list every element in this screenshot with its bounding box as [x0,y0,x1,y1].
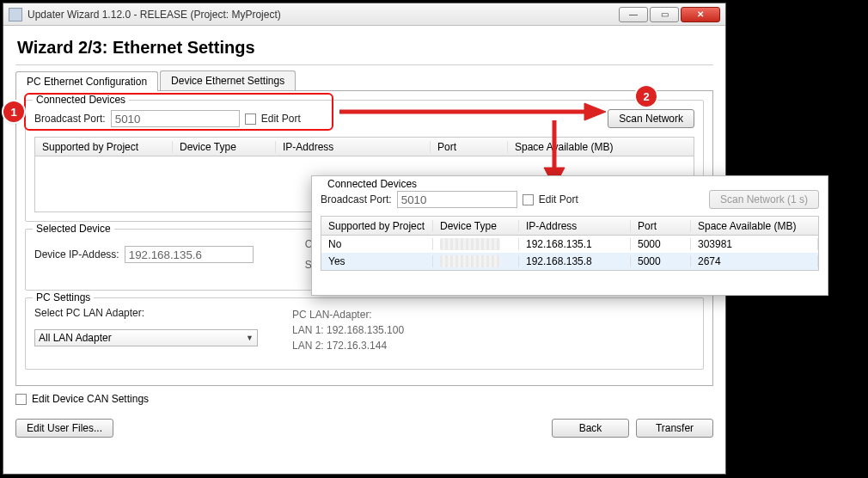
cell-type [433,255,519,267]
edit-can-row[interactable]: Edit Device CAN Settings [15,393,713,405]
pc-lan1: LAN 1: 192.168.135.100 [292,322,404,338]
legend-pc: PC Settings [33,291,94,303]
col-space[interactable]: Space Available (MB) [508,141,694,153]
overlay-legend: Connected Devices [324,178,420,190]
cell-ip: 192.168.135.8 [519,255,631,267]
cell-space: 303981 [691,238,818,250]
cell-type [433,238,519,250]
title-bar: Updater Wizard 1.12.0 - RELEASE (Project… [3,3,725,26]
transfer-button[interactable]: Transfer [636,419,713,438]
minimize-button[interactable]: — [619,7,648,22]
overlay-broadcast-input[interactable] [397,191,517,208]
back-button[interactable]: Back [552,419,629,438]
app-icon [9,8,22,21]
edit-user-files-button[interactable]: Edit User Files... [15,419,113,438]
cell-port: 5000 [631,255,691,267]
scan-network-button[interactable]: Scan Network [608,109,694,128]
overlay-connected-devices: Connected Devices Broadcast Port: Edit P… [311,175,828,296]
ocol-port[interactable]: Port [631,220,691,232]
edit-can-label: Edit Device CAN Settings [32,393,149,405]
callout-2: 2 [636,86,657,107]
pc-lan2: LAN 2: 172.16.3.144 [292,338,404,353]
overlay-broadcast-label: Broadcast Port: [321,193,392,205]
close-button[interactable]: ✕ [681,7,720,22]
ocol-space[interactable]: Space Available (MB) [691,220,818,232]
col-supported[interactable]: Supported by Project [35,141,173,153]
cell-ip: 192.168.135.1 [519,238,631,250]
col-port[interactable]: Port [431,141,508,153]
edit-can-checkbox[interactable] [15,394,27,405]
ocol-ip[interactable]: IP-Address [519,220,631,232]
col-ip[interactable]: IP-Address [276,141,431,153]
overlay-edit-port-label: Edit Port [539,193,578,205]
cell-supported: Yes [321,255,433,267]
highlight-broadcast [24,93,333,131]
tab-pc-ethernet[interactable]: PC Ethernet Configuration [15,71,158,91]
device-ip-input[interactable] [125,246,254,263]
cell-supported: No [321,238,433,250]
svg-marker-1 [584,103,606,120]
callout-1: 1 [3,101,24,122]
lan-adapter-combo[interactable]: All LAN Adapter ▼ [34,329,258,346]
ocol-type[interactable]: Device Type [433,220,519,232]
device-ip-label: Device IP-Addess: [34,248,119,260]
col-device-type[interactable]: Device Type [173,141,276,153]
group-pc-settings: PC Settings Select PC LAN Adapter: All L… [25,297,704,370]
overlay-edit-port-checkbox[interactable] [523,194,534,205]
window-title: Updater Wizard 1.12.0 - RELEASE (Project… [28,9,619,21]
chevron-down-icon: ▼ [246,334,254,342]
cell-space: 2674 [691,255,818,267]
tab-device-ethernet[interactable]: Device Ethernet Settings [160,70,296,90]
ocol-supported[interactable]: Supported by Project [321,220,433,232]
overlay-scan-button: Scan Network (1 s) [709,190,819,209]
maximize-button[interactable]: ▭ [650,7,679,22]
cell-port: 5000 [631,238,691,250]
pc-lan-adapter-label: PC LAN-Adapter: [292,307,404,322]
select-lan-label: Select PC LAN Adapter: [34,307,258,319]
tabstrip: PC Ethernet Configuration Device Etherne… [15,70,713,91]
lan-adapter-value: All LAN Adapter [39,332,112,344]
page-title: Wizard 2/3: Ethernet Settings [15,33,713,65]
overlay-table: Supported by Project Device Type IP-Addr… [321,216,819,271]
table-row[interactable]: No 192.168.135.1 5000 303981 [321,236,818,253]
legend-selected: Selected Device [33,223,114,235]
table-row[interactable]: Yes 192.168.135.8 5000 2674 [321,253,818,270]
